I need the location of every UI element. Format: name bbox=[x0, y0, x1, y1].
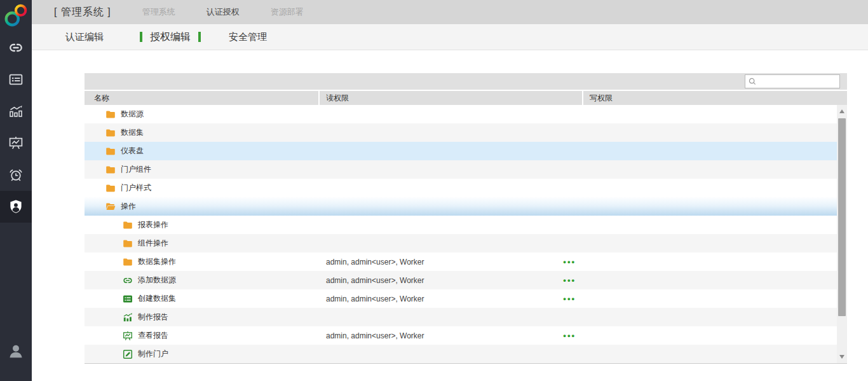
folder-icon bbox=[105, 183, 116, 193]
table-row[interactable]: 添加数据源 admin, admin<user>, Worker ••• bbox=[85, 271, 837, 289]
tab-auth-edit[interactable]: 认证编辑 bbox=[65, 31, 104, 43]
page-title: [ 管理系统 ] bbox=[54, 6, 111, 19]
table-row[interactable]: 查看报告 admin, admin<user>, Worker ••• bbox=[85, 326, 837, 345]
edit-icon bbox=[123, 349, 133, 359]
list-icon bbox=[8, 72, 24, 87]
table-toolbar bbox=[85, 73, 847, 90]
sidebar-item-dashboard[interactable] bbox=[0, 127, 32, 159]
column-header-read[interactable]: 读权限 bbox=[320, 91, 583, 105]
folder-icon bbox=[123, 257, 133, 267]
search-box[interactable] bbox=[745, 74, 840, 88]
table-row-selected[interactable]: 操作 bbox=[85, 197, 837, 216]
presentation-icon bbox=[123, 331, 133, 341]
permissions-panel: 名称 读权限 写权限 数据源 数据集 仪表盘 门户组件 门户样式 bbox=[85, 73, 847, 364]
folder-icon bbox=[105, 109, 116, 120]
top-tab-deploy[interactable]: 资源部署 bbox=[271, 6, 304, 18]
table-row[interactable]: 仪表盘 bbox=[85, 142, 837, 160]
table-row[interactable]: 组件操作 bbox=[85, 234, 837, 253]
top-tab-management[interactable]: 管理系统 bbox=[142, 6, 175, 18]
column-header-name[interactable]: 名称 bbox=[85, 91, 320, 105]
folder-icon bbox=[105, 128, 116, 138]
tab-grant-edit[interactable]: 授权编辑 bbox=[140, 31, 201, 44]
presentation-icon bbox=[8, 135, 24, 151]
folder-icon bbox=[105, 165, 116, 175]
user-icon bbox=[8, 343, 24, 359]
more-permissions-button[interactable]: ••• bbox=[563, 258, 576, 266]
accent-bar-right bbox=[198, 32, 201, 42]
table-row[interactable]: 数据集 bbox=[85, 123, 837, 142]
more-permissions-button[interactable]: ••• bbox=[563, 294, 576, 303]
sidebar bbox=[0, 0, 32, 381]
alarm-clock-icon bbox=[8, 167, 24, 183]
more-permissions-button[interactable]: ••• bbox=[563, 276, 576, 284]
top-bar: [ 管理系统 ] 管理系统 认证授权 资源部署 bbox=[32, 0, 868, 24]
table-row[interactable]: 数据集操作 admin, admin<user>, Worker ••• bbox=[85, 253, 837, 271]
more-permissions-button[interactable]: ••• bbox=[563, 331, 576, 340]
table-body: 数据源 数据集 仪表盘 门户组件 门户样式 操作 bbox=[85, 105, 847, 364]
table-row[interactable]: 制作门户 bbox=[85, 345, 837, 363]
sidebar-item-schedule[interactable] bbox=[0, 159, 32, 191]
sub-nav: 认证编辑 授权编辑 安全管理 bbox=[32, 24, 868, 50]
sidebar-item-datasource[interactable] bbox=[0, 32, 32, 64]
search-icon bbox=[748, 77, 757, 86]
scroll-up-button[interactable] bbox=[837, 106, 847, 116]
sidebar-item-account[interactable] bbox=[0, 335, 32, 367]
sidebar-item-security[interactable] bbox=[0, 191, 32, 223]
bar-chart-icon bbox=[123, 312, 133, 322]
link-icon bbox=[123, 275, 133, 286]
bar-chart-icon bbox=[8, 104, 24, 119]
search-input[interactable] bbox=[757, 76, 839, 87]
table-row[interactable]: 制作报告 bbox=[85, 308, 837, 326]
table-row[interactable]: 门户组件 bbox=[85, 160, 837, 179]
vertical-scrollbar[interactable] bbox=[837, 105, 847, 363]
table-header: 名称 读权限 写权限 bbox=[85, 91, 847, 105]
column-header-write[interactable]: 写权限 bbox=[583, 91, 847, 105]
table-row[interactable]: 报表操作 bbox=[85, 216, 837, 234]
logo-icon bbox=[3, 3, 29, 29]
scrollbar-thumb[interactable] bbox=[838, 118, 846, 316]
accent-bar-left bbox=[140, 32, 142, 42]
table-row[interactable]: 门户样式 bbox=[85, 179, 837, 197]
scroll-down-button[interactable] bbox=[837, 352, 847, 362]
link-icon bbox=[8, 40, 24, 55]
table-row[interactable]: 创建数据集 admin, admin<user>, Worker ••• bbox=[85, 289, 837, 308]
table-row[interactable]: 数据源 bbox=[85, 105, 837, 123]
app-logo[interactable] bbox=[0, 0, 32, 32]
folder-icon bbox=[123, 239, 133, 249]
folder-icon bbox=[123, 220, 133, 230]
folder-icon bbox=[105, 146, 116, 156]
top-tab-auth[interactable]: 认证授权 bbox=[207, 6, 240, 18]
sidebar-item-report[interactable] bbox=[0, 95, 32, 127]
list-icon bbox=[123, 294, 133, 304]
folder-open-icon bbox=[105, 202, 116, 212]
sidebar-item-dataset[interactable] bbox=[0, 64, 32, 95]
tab-security-manage[interactable]: 安全管理 bbox=[229, 31, 267, 43]
shield-user-icon bbox=[8, 199, 24, 214]
